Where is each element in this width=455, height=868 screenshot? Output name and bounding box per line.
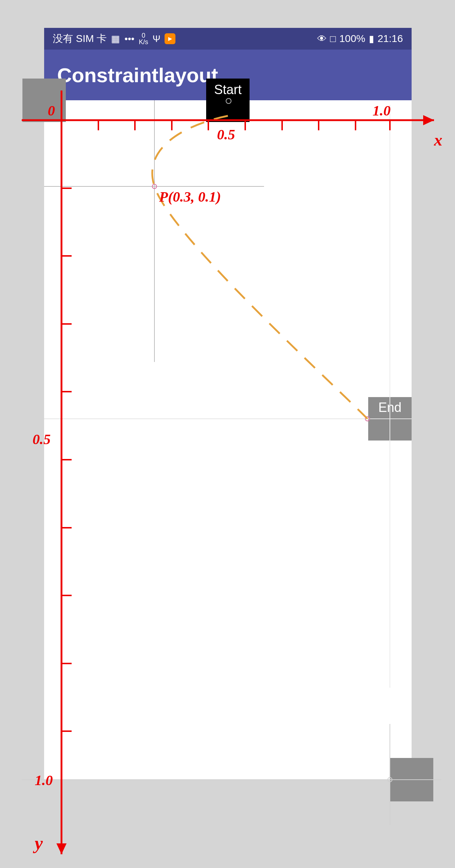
axis-y-name: y [35, 833, 43, 854]
canvas: 没有 SIM 卡 ▦ ••• 0K/s Ψ ► 👁 □ 100% ▮ 21:16… [0, 0, 455, 868]
vibrate-icon: □ [330, 33, 336, 45]
status-left: 没有 SIM 卡 ▦ ••• 0K/s Ψ ► [53, 32, 175, 46]
eye-icon: 👁 [317, 33, 327, 45]
axis-x-name: x [434, 130, 442, 149]
end-box[interactable]: End [368, 397, 412, 441]
start-box[interactable]: Start [206, 79, 250, 122]
axis-ymid-label: 0.5 [33, 431, 51, 448]
usb-icon: Ψ [153, 33, 161, 45]
axis-xmid-label: 0.5 [217, 126, 235, 143]
clock-text: 21:16 [378, 33, 403, 45]
axis-origin-label: 0 [48, 102, 55, 119]
axis-xend-label: 1.0 [373, 102, 391, 119]
point-p-label: P(0.3, 0.1) [159, 188, 221, 205]
sim-icon: ▦ [111, 33, 120, 45]
net-speed: 0K/s [139, 32, 148, 45]
battery-icon: ▮ [369, 33, 374, 45]
content-area: Start End [44, 100, 412, 780]
play-icon: ► [165, 33, 175, 44]
svg-marker-12 [56, 843, 67, 854]
status-right: 👁 □ 100% ▮ 21:16 [317, 33, 403, 45]
start-label: Start [214, 82, 242, 97]
anchor-bottom-right [390, 758, 433, 801]
axis-yend-label: 1.0 [35, 772, 53, 789]
status-bar: 没有 SIM 卡 ▦ ••• 0K/s Ψ ► 👁 □ 100% ▮ 21:16 [44, 28, 412, 50]
anchor-top-left [22, 79, 66, 122]
sim-status-text: 没有 SIM 卡 [53, 32, 107, 46]
battery-percent: 100% [339, 33, 365, 45]
start-point-icon [226, 98, 231, 104]
svg-marker-10 [423, 115, 434, 125]
end-label: End [378, 400, 401, 415]
wifi-icon: ••• [124, 33, 134, 45]
app-title: Constraintlayout [57, 63, 218, 87]
